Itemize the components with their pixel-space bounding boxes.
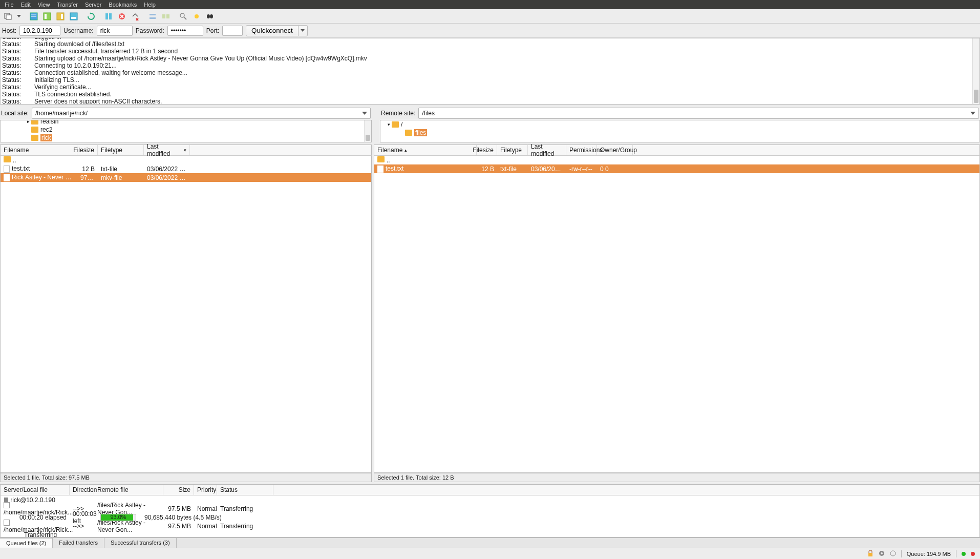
tree-item[interactable]: rick xyxy=(1,134,371,142)
activity-led-1 xyxy=(962,552,966,556)
tab-failed[interactable]: Failed transfers xyxy=(53,538,104,548)
queue-column-header[interactable]: Direction xyxy=(70,485,94,495)
remote-file-columns: Filename ▴FilesizeFiletypeLast modifiedP… xyxy=(374,144,980,156)
local-tree-scrollbar[interactable] xyxy=(364,120,371,142)
username-label: Username: xyxy=(63,27,94,34)
log-line: Status:Starting download of /files/test.… xyxy=(1,40,979,48)
svg-rect-33 xyxy=(868,553,872,556)
tree-item[interactable]: ▸realsin xyxy=(1,120,371,126)
menu-view[interactable]: View xyxy=(34,1,54,9)
svg-point-24 xyxy=(180,13,184,17)
column-header[interactable]: Filetype xyxy=(98,145,144,155)
svg-rect-21 xyxy=(150,17,156,19)
splitter-sites[interactable] xyxy=(375,107,377,142)
log-line: Status:Server does not support non-ASCII… xyxy=(1,98,979,105)
remote-file-list[interactable]: ..test.txt12 Btxt-file03/06/2022 02...-r… xyxy=(374,156,980,473)
transfer-queue[interactable]: rick@10.2.0.190/home/maartje/rick/Rick..… xyxy=(0,495,980,537)
svg-point-36 xyxy=(890,551,896,556)
tree-item[interactable]: ▾/ xyxy=(380,120,979,129)
svg-rect-13 xyxy=(105,13,108,19)
remote-path-dropdown[interactable]: /files xyxy=(418,108,979,119)
menu-server[interactable]: Server xyxy=(81,1,105,9)
column-header[interactable]: Permissions xyxy=(566,145,597,155)
svg-rect-14 xyxy=(109,13,112,19)
file-row[interactable]: Rick Astley - Never Gon...97.5 MBmkv-fil… xyxy=(1,173,371,182)
port-input[interactable] xyxy=(222,26,243,36)
disconnected-icon[interactable] xyxy=(890,550,896,557)
queue-row[interactable]: /home/maartje/rick/Rick... -->> /files/R… xyxy=(1,522,979,530)
log-line: Status:Verifying certificate... xyxy=(1,84,979,91)
remote-site-label: Remote site: xyxy=(381,110,415,117)
tree-item[interactable]: files xyxy=(380,129,979,137)
username-input[interactable] xyxy=(97,26,133,36)
menu-help[interactable]: Help xyxy=(140,1,159,9)
toggle-log-button[interactable] xyxy=(28,11,40,22)
remote-tree[interactable]: ▾/files xyxy=(380,120,980,142)
status-bar: Queue: 194.9 MB xyxy=(0,548,980,559)
svg-rect-11 xyxy=(71,17,76,19)
quickconnect-dropdown[interactable] xyxy=(299,25,308,36)
tab-successful[interactable]: Successful transfers (3) xyxy=(104,538,177,548)
message-log[interactable]: Status:Logged inStatus:Starting download… xyxy=(0,38,980,105)
password-input[interactable] xyxy=(167,26,203,36)
queue-row[interactable]: /home/maartje/rick/Rick... -->> /files/R… xyxy=(1,504,979,513)
process-queue-button[interactable] xyxy=(102,11,115,22)
site-manager-dropdown[interactable] xyxy=(15,11,23,22)
queue-column-header[interactable]: Priority xyxy=(194,485,217,495)
menu-edit[interactable]: Edit xyxy=(17,1,34,9)
quickconnect-button[interactable]: Quickconnect xyxy=(246,25,299,36)
tab-queued[interactable]: Queued files (2) xyxy=(0,538,53,548)
menu-bookmarks[interactable]: Bookmarks xyxy=(105,1,140,9)
gear-icon[interactable] xyxy=(879,550,885,557)
local-status: Selected 1 file. Total size: 97.5 MB xyxy=(0,473,372,482)
local-file-list[interactable]: ..test.txt12 Btxt-file03/06/2022 02:32:.… xyxy=(0,156,372,473)
column-header[interactable]: Owner/Group xyxy=(597,145,633,155)
refresh-button[interactable] xyxy=(85,11,97,22)
toggle-local-tree-button[interactable] xyxy=(41,11,53,22)
column-header[interactable]: Filetype xyxy=(497,145,528,155)
toggle-queue-button[interactable] xyxy=(68,11,80,22)
column-header[interactable]: Filesize xyxy=(477,145,497,155)
log-scrollbar[interactable] xyxy=(972,38,979,104)
menu-file[interactable]: File xyxy=(1,1,17,9)
svg-rect-20 xyxy=(150,14,156,15)
menu-transfer[interactable]: Transfer xyxy=(53,1,81,9)
column-header[interactable]: Filename ▴ xyxy=(374,145,477,155)
svg-point-28 xyxy=(210,14,213,18)
lock-icon[interactable] xyxy=(867,550,874,557)
svg-rect-9 xyxy=(61,14,63,19)
column-header[interactable]: Last modified xyxy=(528,145,566,155)
queue-column-header[interactable]: Remote file xyxy=(94,485,163,495)
filter-button[interactable] xyxy=(177,11,189,22)
svg-line-25 xyxy=(184,17,186,19)
sync-button[interactable] xyxy=(190,11,203,22)
file-row[interactable]: .. xyxy=(1,156,371,164)
port-label: Port: xyxy=(206,27,219,34)
find-button[interactable] xyxy=(204,11,216,22)
tree-item[interactable]: rec2 xyxy=(1,126,371,134)
local-path-dropdown[interactable]: /home/maartje/rick/ xyxy=(32,108,371,119)
local-file-columns: FilenameFilesizeFiletypeLast modified ▾ xyxy=(0,144,372,156)
queue-column-header[interactable]: Status xyxy=(217,485,273,495)
file-row[interactable]: test.txt12 Btxt-file03/06/2022 02:32:... xyxy=(1,164,371,173)
compare-button[interactable] xyxy=(160,11,172,22)
disconnect-button[interactable] xyxy=(129,11,141,22)
svg-rect-23 xyxy=(166,14,169,18)
local-path-value: /home/maartje/rick/ xyxy=(35,110,88,117)
queue-column-header[interactable]: Size xyxy=(163,485,194,495)
queue-column-header[interactable]: Server/Local file xyxy=(1,485,70,495)
file-row[interactable]: .. xyxy=(374,156,979,164)
local-tree[interactable]: ▸realsinrec2rick xyxy=(0,120,372,142)
cancel-button[interactable] xyxy=(116,11,128,22)
remote-path-value: /files xyxy=(422,110,435,117)
svg-marker-29 xyxy=(301,29,305,32)
toggle-remote-tree-button[interactable] xyxy=(54,11,67,22)
host-input[interactable] xyxy=(19,26,60,36)
svg-point-35 xyxy=(881,552,883,554)
column-header[interactable]: Filename xyxy=(1,145,77,155)
column-header[interactable]: Last modified ▾ xyxy=(144,145,190,155)
file-row[interactable]: test.txt12 Btxt-file03/06/2022 02...-rw-… xyxy=(374,164,979,173)
site-manager-button[interactable] xyxy=(2,11,14,22)
reconnect-button[interactable] xyxy=(146,11,159,22)
column-header[interactable]: Filesize xyxy=(77,145,98,155)
